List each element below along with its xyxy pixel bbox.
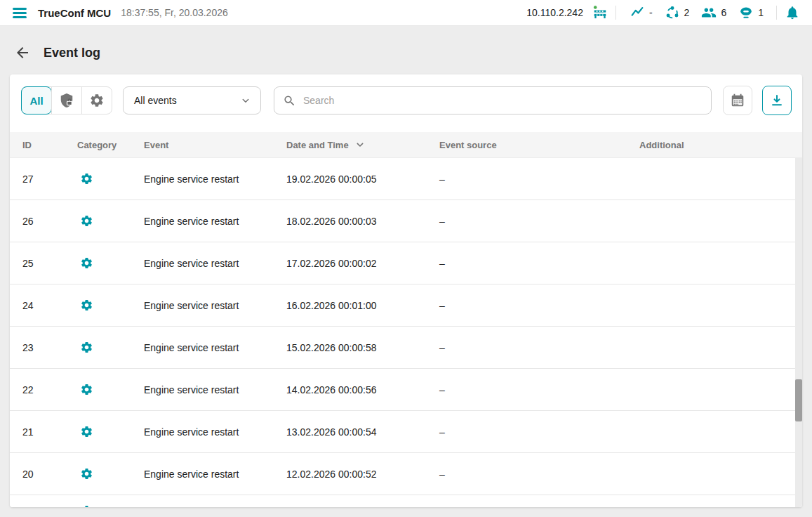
cell-event: Engine service restart [144,300,286,311]
topbar-right: 10.110.2.242 - [526,4,801,21]
cell-datetime: 13.02.2026 00:00:54 [286,426,439,438]
category-filter-group: All [21,86,112,114]
cell-category [77,495,144,507]
cell-datetime: 19.02.2026 00:00:05 [286,174,439,185]
cell-id: 24 [22,300,77,311]
event-table-body: 27 Engine service restart 19.02.2026 00:… [10,158,802,495]
cell-id: 26 [22,216,77,227]
cell-event-source: – [439,300,639,311]
server-status-icon[interactable] [592,4,608,21]
menu-icon[interactable] [11,5,28,21]
cell-datetime: 16.02.2026 00:01:00 [286,300,439,311]
cluster-stat[interactable]: 2 [664,4,690,21]
search-input[interactable] [303,95,703,106]
category-filter-system[interactable] [81,87,112,114]
cell-event-source: – [439,258,639,269]
cell-datetime: 12.02.2026 00:00:52 [286,469,439,480]
table-row: 26 Engine service restart 18.02.2026 00:… [10,200,802,242]
column-header-id: ID [22,140,77,150]
cell-id: 22 [22,384,77,395]
conferences-icon [738,4,754,21]
table-header: ID Category Event Date and Time Event so… [10,132,802,158]
cell-event: Engine service restart [144,342,286,353]
table-scrollbar-thumb[interactable] [795,379,802,421]
conferences-count: 1 [758,7,764,18]
column-header-event: Event [144,140,286,150]
table-row: 27 Engine service restart 19.02.2026 00:… [10,158,802,200]
column-header-event-source: Event source [439,140,639,150]
cell-category [77,172,144,185]
back-arrow-icon[interactable] [11,41,34,64]
column-header-date-time[interactable]: Date and Time [286,139,439,150]
sort-desc-icon [354,139,366,150]
search-box [274,86,712,114]
cell-event-source: – [439,174,639,185]
system-gear-icon [80,425,93,438]
date-range-button[interactable] [723,86,752,115]
load-chart-icon [629,4,646,21]
event-type-dropdown[interactable]: All events [123,86,261,114]
conferences-stat[interactable]: 1 [738,4,764,21]
system-gear-icon [80,172,93,185]
page-head: Event log [0,35,812,70]
table-row: 22 Engine service restart 14.02.2026 00:… [10,369,802,411]
cell-category [77,341,144,354]
cell-datetime: 17.02.2026 00:00:02 [286,258,439,269]
system-gear-icon [80,467,93,480]
cell-event-source: – [439,216,639,227]
system-gear-icon [89,93,105,108]
online-users-icon [700,4,717,21]
cell-id: 27 [22,174,77,185]
cell-category [77,214,144,228]
table-row: 25 Engine service restart 17.02.2026 00:… [10,242,802,284]
server-ip: 10.110.2.242 [526,7,583,18]
system-gear-icon [80,214,93,228]
cell-event-source: – [439,469,639,480]
system-gear-icon [80,504,93,507]
cell-id: 23 [22,342,77,353]
cell-datetime: 15.02.2026 00:00:58 [286,342,439,353]
category-filter-security[interactable] [51,87,81,114]
cell-event: Engine service restart [144,469,286,480]
column-header-date-time-label: Date and Time [286,140,349,150]
load-chart-stat[interactable]: - [629,4,653,21]
cell-category [77,467,144,480]
topbar: TrueConf MCU 18:37:55, Fr, 20.03.2026 10… [0,0,812,26]
system-gear-icon [80,383,93,396]
topbar-left: TrueConf MCU 18:37:55, Fr, 20.03.2026 [11,5,228,21]
table-row: 24 Engine service restart 16.02.2026 00:… [10,284,802,327]
system-gear-icon [80,299,93,312]
download-log-button[interactable] [762,86,792,115]
notifications-bell-icon[interactable] [784,4,801,21]
category-filter-all[interactable]: All [21,86,52,114]
calendar-icon [730,93,745,108]
cell-id: 20 [22,469,77,480]
divider [615,6,616,20]
cell-id: 25 [22,258,77,269]
cell-event-source: – [439,426,639,438]
online-users-count: 6 [721,7,726,18]
divider [776,6,777,20]
cell-category [77,425,144,438]
cell-datetime: 18.02.2026 00:00:03 [286,216,439,227]
chevron-down-icon [239,94,252,107]
cell-event-source: – [439,384,639,395]
table-row: 23 Engine service restart 15.02.2026 00:… [10,327,802,369]
cell-category [77,256,144,270]
event-log-card: All All events [10,74,802,507]
system-gear-icon [80,256,93,270]
cell-category [77,299,144,312]
download-icon [769,93,785,108]
cell-id: 21 [22,426,77,438]
cell-event: Engine service restart [144,258,286,269]
table-row-partial [10,495,802,507]
cluster-icon [664,4,681,21]
load-value: - [649,7,653,18]
online-users-stat[interactable]: 6 [700,4,726,21]
search-icon [283,94,296,107]
system-gear-icon [80,341,93,354]
cell-datetime: 14.02.2026 00:00:56 [286,384,439,395]
table-row: 20 Engine service restart 12.02.2026 00:… [10,453,802,495]
table-row: 21 Engine service restart 13.02.2026 00:… [10,411,802,453]
table-scrollbar-track[interactable] [795,158,802,507]
